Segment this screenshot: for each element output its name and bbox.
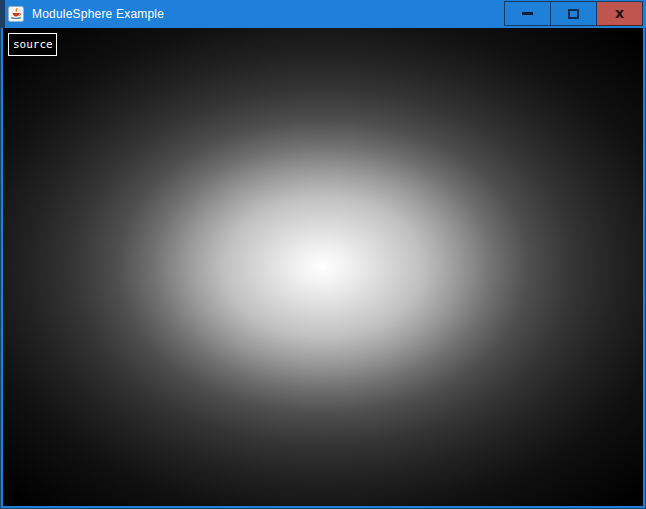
render-canvas[interactable]: source bbox=[3, 28, 643, 506]
maximize-icon bbox=[568, 9, 579, 19]
source-node-label[interactable]: source bbox=[8, 33, 57, 56]
close-button[interactable]: x bbox=[596, 1, 643, 26]
java-coffee-cup-icon bbox=[8, 6, 24, 22]
maximize-button[interactable] bbox=[550, 1, 596, 26]
window-title: ModuleSphere Example bbox=[32, 7, 164, 21]
window-controls: x bbox=[504, 1, 643, 26]
minimize-button[interactable] bbox=[504, 1, 550, 26]
titlebar-left-edge bbox=[0, 0, 5, 28]
close-icon: x bbox=[615, 6, 624, 20]
minimize-icon bbox=[522, 12, 533, 15]
app-window: ModuleSphere Example x source bbox=[0, 0, 646, 509]
titlebar[interactable]: ModuleSphere Example x bbox=[0, 0, 646, 28]
